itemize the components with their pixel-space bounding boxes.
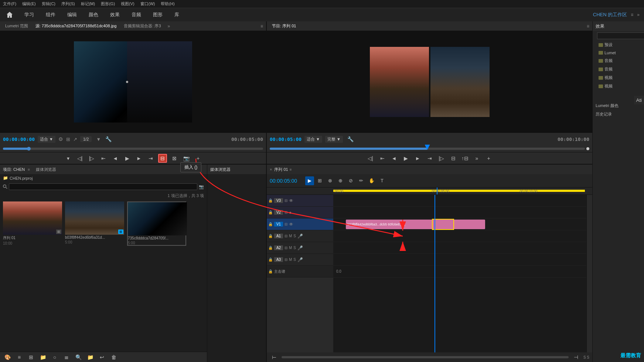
tl-tool-pen[interactable]: ✏ (357, 176, 366, 185)
effects-item-video-effects[interactable]: 视频 (593, 73, 644, 82)
btn-go-out[interactable]: ⇥ (146, 154, 155, 163)
track-v1-patch[interactable]: ⊟ (284, 222, 287, 226)
track-v3-btn[interactable]: V3 (274, 198, 283, 203)
btn-step-back[interactable]: ◄ (111, 154, 120, 163)
proj-tool-storyboard[interactable]: ≣ (62, 353, 71, 362)
menu-help[interactable]: 帮助(H) (161, 1, 174, 7)
tl-tool-rate[interactable]: ⊕ (336, 176, 345, 185)
prog-btn-go-out[interactable]: ⇥ (425, 154, 434, 163)
track-v1-eye[interactable]: 👁 (289, 222, 293, 227)
source-time-in[interactable]: 00:00:00:00 (3, 137, 35, 142)
tab-audio-mixer[interactable]: 音频剪辑混合器: 序3 (122, 23, 163, 30)
effects-item-audio-transitions[interactable]: 音频 (593, 65, 644, 73)
track-a2-mic[interactable]: 🎤 (297, 245, 303, 251)
proj-tool-list[interactable]: ≡ (15, 353, 24, 362)
track-master-lock[interactable]: 🔒 (268, 269, 273, 273)
tab-program[interactable]: 节目: 序列 01 (270, 23, 298, 30)
source-fit-dropdown[interactable]: 适合 ▼ (38, 136, 55, 143)
track-a3-lock[interactable]: 🔒 (268, 258, 273, 262)
proj-tool-bin[interactable]: 📁 (38, 353, 47, 362)
workspace-menu-icon[interactable]: ≡ (631, 12, 633, 17)
track-a1-m[interactable]: M (289, 234, 292, 238)
tl-tool-rolling[interactable]: ⊗ (326, 176, 335, 185)
seq-tab-label[interactable]: 序列 01 ≡ (274, 167, 292, 172)
program-panel-menu[interactable]: ≡ (587, 24, 589, 29)
track-v2-eye[interactable]: ● (289, 210, 292, 215)
track-a3-m[interactable]: M (289, 258, 292, 262)
timeline-zoom-bar[interactable] (282, 356, 569, 358)
track-a1-lock[interactable]: 🔒 (268, 234, 273, 238)
program-quality-dropdown[interactable]: 完整 ▼ (325, 136, 343, 143)
prog-btn-mark-out[interactable]: |▷ (437, 154, 446, 163)
btn-more[interactable]: + (194, 154, 202, 163)
prog-btn-insert[interactable]: ⊟ (449, 154, 458, 163)
track-a2-patch[interactable]: ⊟ (284, 246, 287, 250)
media-item-sequence[interactable]: ⊞ 序列 01 10:00 (3, 201, 62, 246)
source-fraction-dropdown[interactable]: ▼ (96, 137, 101, 142)
source-panel-menu[interactable]: ≡ (260, 24, 263, 29)
track-v2-patch[interactable]: ⊟ (284, 210, 287, 214)
source-fraction[interactable]: 1/2 (80, 136, 92, 142)
menu-view[interactable]: 视图(V) (121, 1, 134, 7)
prog-btn-play[interactable]: ▶ (402, 154, 410, 163)
nav-library[interactable]: 库 (169, 9, 184, 20)
menu-file[interactable]: 文件(F) (3, 1, 16, 7)
track-a2-s[interactable]: S (293, 246, 296, 250)
tl-tool-razor[interactable]: ⊘ (347, 176, 355, 185)
tl-btn-go-start[interactable]: ⊢ (270, 353, 279, 362)
nav-assembly[interactable]: 组件 (41, 9, 61, 20)
track-v3-eye[interactable]: 👁 (289, 198, 293, 203)
program-fit-dropdown[interactable]: 适合 ▼ (304, 136, 322, 143)
nav-color[interactable]: 颜色 (84, 9, 103, 20)
tl-tool-type[interactable]: T (378, 176, 386, 185)
effects-search-input[interactable] (597, 32, 644, 39)
track-v1-lock[interactable]: 🔒 (268, 222, 273, 226)
proj-tool-search[interactable]: 🔍 (74, 353, 83, 362)
prog-btn-mark-in[interactable]: ◁| (366, 154, 375, 163)
btn-play[interactable]: ▶ (123, 154, 132, 163)
track-v3-patch[interactable]: ⊟ (284, 199, 287, 203)
track-a1-s[interactable]: S (293, 234, 296, 238)
track-a1-btn[interactable]: A1 (274, 234, 283, 238)
btn-step-forward[interactable]: ► (134, 154, 143, 163)
track-v1-btn[interactable]: V1 (274, 222, 283, 227)
menu-graphics[interactable]: 图形(G) (101, 1, 115, 7)
nav-graphics[interactable]: 图形 (148, 9, 168, 20)
nav-expand-icon[interactable]: » (637, 12, 640, 17)
program-scrubber-handle-right[interactable] (586, 147, 589, 150)
tab-media-browser[interactable]: 媒体浏览器 (36, 167, 56, 172)
track-a3-patch[interactable]: ⊟ (284, 258, 287, 262)
effects-history[interactable]: 历史记录 (593, 110, 644, 118)
project-search-input[interactable] (9, 183, 197, 190)
btn-add-marker[interactable]: ▾ (64, 154, 72, 163)
tl-tool-ripple[interactable]: ⊞ (316, 176, 324, 185)
program-time-in[interactable]: 00:00:05:00 (270, 137, 301, 142)
track-a2-lock[interactable]: 🔒 (268, 246, 273, 250)
track-a1-patch[interactable]: ⊟ (284, 234, 287, 238)
btn-insert[interactable]: ⊟ (158, 154, 167, 163)
prog-btn-go-in[interactable]: ⇤ (378, 154, 387, 163)
nav-effects[interactable]: 效果 (105, 9, 125, 20)
seq-tab-menu[interactable]: ≡ (290, 168, 292, 172)
tl-tool-hand[interactable]: ✋ (367, 176, 376, 185)
source-safe-zone-icon[interactable]: ⊞ (66, 137, 70, 142)
program-scrubber-bar[interactable] (267, 145, 592, 152)
track-a3-s[interactable]: S (293, 258, 296, 262)
tab-project[interactable]: 项目: CHEN (3, 167, 25, 172)
prog-btn-step-forward[interactable]: ► (413, 154, 422, 163)
effects-item-audio-effects[interactable]: 音频 (593, 56, 644, 65)
prog-btn-expand[interactable]: » (473, 154, 481, 163)
effects-item-video-transitions[interactable]: 视频 (593, 82, 644, 90)
tab-source[interactable]: 源: 735c8dddca7d284705f7188d51dc408.jpg (33, 23, 119, 30)
btn-mark-in[interactable]: ◁| (75, 154, 84, 163)
video-clip[interactable]: b03f8ff442ed6bf6a3...dcb5 60fc6e8.jpg (346, 220, 485, 229)
source-scrubber-handle[interactable] (27, 147, 31, 151)
prog-btn-lift[interactable]: ↑⊟ (461, 154, 470, 163)
tl-tool-select[interactable]: ▶ (305, 176, 314, 185)
proj-tool-circle[interactable]: ○ (50, 353, 59, 362)
camera-icon[interactable]: 📷 (199, 185, 204, 189)
effects-item-preset[interactable]: 预设 (593, 41, 644, 49)
project-menu-icon[interactable]: ≡ (28, 168, 30, 172)
timeline-scrollbar[interactable] (586, 195, 592, 352)
track-a3-mic[interactable]: 🎤 (297, 257, 303, 262)
